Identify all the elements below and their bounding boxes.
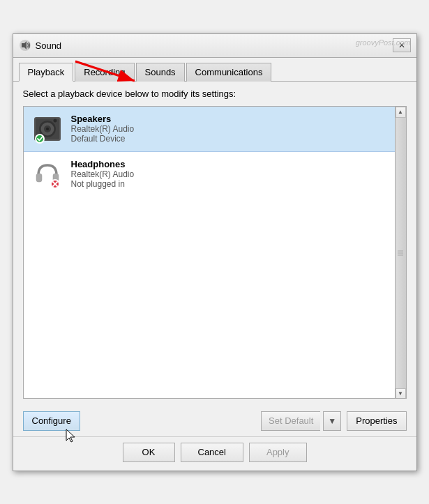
scrollbar-up-btn[interactable]: ▲ bbox=[396, 107, 406, 118]
scrollbar-grip bbox=[398, 250, 403, 255]
speakers-status: Default Device bbox=[71, 134, 135, 144]
dialog-footer: OK Cancel Apply bbox=[13, 436, 416, 471]
sound-dialog: Sound ✕ groovyPost.com Playback Recordin… bbox=[13, 33, 417, 471]
sound-title-icon bbox=[19, 39, 31, 52]
bottom-buttons: Configure Set Default ▼ Properties bbox=[13, 406, 416, 436]
headphones-name: Headphones bbox=[71, 159, 135, 169]
speakers-driver: Realtek(R) Audio bbox=[71, 124, 135, 134]
instruction-text: Select a playback device below to modify… bbox=[23, 89, 407, 99]
headphones-icon-wrap bbox=[31, 158, 64, 191]
speakers-icon bbox=[33, 114, 62, 144]
headphones-info: Headphones Realtek(R) Audio Not plugged … bbox=[71, 159, 135, 189]
properties-button[interactable]: Properties bbox=[347, 411, 406, 431]
apply-button[interactable]: Apply bbox=[249, 443, 307, 462]
tab-playback[interactable]: Playback bbox=[19, 63, 74, 82]
cancel-button[interactable]: Cancel bbox=[181, 443, 243, 462]
svg-point-11 bbox=[36, 135, 44, 143]
headphones-driver: Realtek(R) Audio bbox=[71, 169, 135, 179]
set-default-dropdown[interactable]: ▼ bbox=[323, 411, 341, 431]
tabs-bar: Playback Recording Sounds Communications bbox=[13, 58, 416, 81]
device-item-headphones[interactable]: Headphones Realtek(R) Audio Not plugged … bbox=[24, 152, 406, 197]
content-area: Select a playback device below to modify… bbox=[13, 81, 416, 406]
ok-button[interactable]: OK bbox=[123, 443, 175, 462]
scrollbar[interactable]: ▲ ▼ bbox=[395, 107, 406, 399]
scrollbar-down-btn[interactable]: ▼ bbox=[396, 388, 406, 399]
speakers-icon-wrap bbox=[31, 112, 64, 146]
svg-point-10 bbox=[53, 119, 57, 123]
svg-point-9 bbox=[46, 128, 49, 130]
tab-recording[interactable]: Recording bbox=[75, 63, 134, 82]
title-bar-left: Sound bbox=[19, 39, 62, 52]
device-list[interactable]: Speakers Realtek(R) Audio Default Device… bbox=[23, 106, 407, 399]
speakers-name: Speakers bbox=[71, 114, 135, 124]
speakers-info: Speakers Realtek(R) Audio Default Device bbox=[71, 114, 135, 144]
tab-communications[interactable]: Communications bbox=[186, 63, 272, 82]
configure-button[interactable]: Configure bbox=[23, 411, 80, 431]
tab-sounds[interactable]: Sounds bbox=[136, 63, 185, 82]
window-title: Sound bbox=[36, 40, 62, 51]
watermark-text: groovyPost.com bbox=[356, 38, 411, 47]
device-item-speakers[interactable]: Speakers Realtek(R) Audio Default Device… bbox=[24, 107, 406, 152]
svg-rect-12 bbox=[36, 174, 42, 182]
set-default-button[interactable]: Set Default bbox=[261, 411, 320, 431]
headphones-icon bbox=[33, 160, 62, 189]
headphones-status: Not plugged in bbox=[71, 179, 135, 189]
